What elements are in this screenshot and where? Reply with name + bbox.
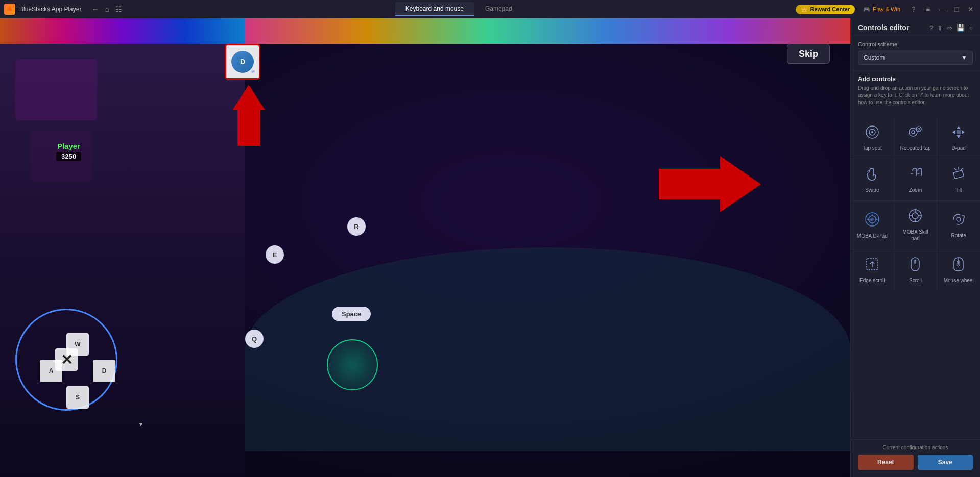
dpad-x-icon: ✕	[61, 352, 73, 368]
key-d-label: D	[240, 58, 245, 66]
save-scheme-icon[interactable]: 💾	[957, 24, 965, 32]
player-score: 3250	[56, 152, 81, 161]
svg-marker-1	[7, 6, 13, 11]
player-glow	[327, 339, 378, 390]
help-icon[interactable]: ?	[909, 5, 919, 13]
play-win-button[interactable]: 🎮 Play & Win	[863, 6, 900, 13]
svg-marker-22	[876, 218, 878, 220]
svg-point-24	[912, 213, 918, 219]
arrow-up-head	[232, 85, 265, 110]
repeated-tap-label: Repeated tap	[900, 145, 930, 152]
key-d-indicator: D	[225, 44, 260, 80]
new-scheme-icon[interactable]: +	[969, 24, 973, 32]
controls-header: Controls editor ? ⇧ ⇨ 💾 +	[851, 18, 980, 36]
app-logo	[4, 4, 15, 15]
rotate-icon	[951, 212, 966, 229]
title-bar-tabs: Keyboard and mouse Gamepad	[395, 2, 522, 16]
scheme-dropdown[interactable]: Custom ▼	[858, 51, 973, 65]
play-icon: 🎮	[863, 6, 870, 13]
moba-skill-icon	[907, 208, 923, 225]
controls-grid: Tap spot Repeated tap	[851, 117, 980, 291]
dpad-icon	[951, 124, 966, 142]
close-icon[interactable]: ✕	[966, 5, 976, 13]
window-controls: ? ≡ ― □ ✕	[909, 5, 976, 13]
control-moba-dpad[interactable]: 5 MOBA D-Pad	[851, 201, 894, 249]
header-icons: ? ⇧ ⇨ 💾 +	[929, 24, 973, 32]
control-tap-spot[interactable]: Tap spot	[851, 117, 894, 159]
mouse-wheel-label: Mouse wheel	[944, 277, 974, 284]
moba-dpad-label: MOBA D-Pad	[857, 233, 888, 239]
share-icon[interactable]: ⇨	[947, 24, 952, 32]
svg-rect-14	[953, 170, 964, 179]
swipe-icon	[865, 166, 880, 184]
key-e-badge: E	[266, 245, 284, 264]
svg-marker-21	[867, 218, 869, 220]
game-area: Skip D Player 3250 R	[0, 18, 850, 477]
svg-rect-13	[957, 130, 961, 134]
moba-dpad-icon: 5	[864, 211, 880, 230]
skip-button[interactable]: Skip	[787, 44, 830, 64]
control-tilt[interactable]: Tilt	[937, 159, 980, 200]
svg-point-4	[871, 131, 873, 133]
space-badge: Space	[332, 307, 371, 321]
save-button[interactable]: Save	[918, 455, 973, 470]
reset-button[interactable]: Reset	[858, 455, 914, 470]
tab-gamepad[interactable]: Gamepad	[475, 2, 522, 16]
arrow-right-shaft	[659, 169, 720, 199]
help-panel-icon[interactable]: ?	[929, 24, 933, 32]
upload-icon[interactable]: ⇧	[937, 24, 943, 32]
player-label: Player	[56, 142, 81, 150]
actions-title: Current configuration actions	[858, 445, 973, 450]
controls-actions: Current configuration actions Reset Save	[851, 439, 980, 477]
main-content: Skip D Player 3250 R	[0, 18, 980, 477]
tab-keyboard-mouse[interactable]: Keyboard and mouse	[395, 2, 474, 16]
bg-shape-1	[15, 59, 97, 120]
menu-icon[interactable]: ≡	[923, 5, 933, 13]
control-rotate[interactable]: Rotate	[937, 201, 980, 249]
arrow-up-shaft	[237, 110, 260, 146]
dpad-center: ✕	[55, 348, 78, 371]
add-controls-desc: Drag and drop an action on your game scr…	[858, 85, 973, 106]
svg-point-7	[916, 127, 921, 132]
svg-marker-20	[871, 223, 873, 225]
svg-rect-31	[957, 260, 960, 265]
title-bar-right: 👑 Reward Center 🎮 Play & Win ? ≡ ― □ ✕	[796, 5, 976, 14]
rotate-label: Rotate	[951, 232, 966, 239]
home-icon[interactable]: ⌂	[105, 5, 109, 13]
minimize-icon[interactable]: ―	[937, 5, 947, 13]
dpad-right-btn[interactable]: D	[93, 360, 115, 382]
svg-marker-11	[952, 130, 955, 134]
control-scroll[interactable]: Scroll	[894, 249, 937, 291]
repeated-tap-icon	[907, 124, 923, 142]
add-controls-title: Add controls	[858, 76, 973, 83]
game-arena	[245, 196, 850, 451]
dpad-down-btn[interactable]: S	[66, 386, 89, 409]
reward-icon: 👑	[801, 6, 808, 13]
control-scheme-label: Control scheme	[858, 41, 973, 47]
control-scheme-section: Control scheme Custom ▼	[851, 36, 980, 70]
maximize-icon[interactable]: □	[951, 5, 962, 13]
key-r-badge: R	[347, 217, 366, 236]
svg-text:5: 5	[869, 218, 872, 222]
control-edge-scroll[interactable]: Edge scroll	[851, 249, 894, 291]
dpad-control: W S A D ✕	[15, 309, 117, 411]
control-swipe[interactable]: Swipe	[851, 159, 894, 200]
add-controls-section: Add controls Drag and drop an action on …	[851, 70, 980, 117]
scroll-label: Scroll	[909, 277, 922, 284]
left-color-bar	[0, 18, 245, 44]
windows-icon[interactable]: ☷	[115, 5, 122, 13]
edge-scroll-label: Edge scroll	[859, 277, 885, 284]
control-mouse-wheel[interactable]: Mouse wheel	[937, 249, 980, 291]
reward-center-button[interactable]: 👑 Reward Center	[796, 5, 855, 14]
control-dpad[interactable]: D-pad	[937, 117, 980, 159]
control-moba-skill[interactable]: MOBA Skill pad	[894, 201, 937, 249]
app-name-label: BlueStacks App Player	[19, 6, 81, 13]
control-repeated-tap[interactable]: Repeated tap	[894, 117, 937, 159]
back-icon[interactable]: ←	[91, 5, 99, 13]
edge-scroll-icon	[865, 257, 880, 274]
mouse-wheel-icon	[953, 257, 964, 274]
control-zoom[interactable]: Zoom	[894, 159, 937, 200]
key-q-badge: Q	[245, 330, 264, 348]
dpad-label: D-pad	[952, 145, 966, 152]
game-top-color-bar	[245, 18, 850, 44]
